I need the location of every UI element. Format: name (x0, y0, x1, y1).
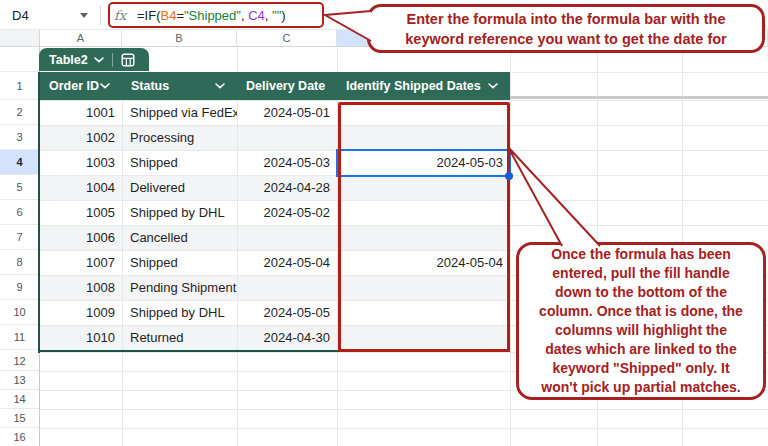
cell-order_id[interactable]: 1001 (40, 100, 122, 125)
gridline (40, 428, 768, 429)
cell-order_id[interactable]: 1003 (40, 150, 122, 175)
cell-status[interactable]: Shipped by DHL (122, 200, 237, 225)
column-filter-chevron-icon[interactable] (100, 83, 110, 89)
cell-delivery_date[interactable]: 2024-05-05 (237, 300, 337, 325)
cell-delivery_date[interactable]: 2024-05-04 (237, 250, 337, 275)
cell-delivery_date[interactable]: 2024-04-28 (237, 175, 337, 200)
cell-delivery_date[interactable]: 2024-05-01 (237, 100, 337, 125)
table-header-cell[interactable]: Order ID (40, 72, 122, 100)
name-box-value: D4 (12, 8, 29, 23)
row-number-8[interactable]: 8 (0, 250, 39, 275)
formula-callout: Enter the formula into the formula bar w… (367, 4, 765, 53)
table-header-label: Order ID (49, 79, 99, 93)
row-number-14[interactable]: 14 (0, 390, 39, 409)
chevron-down-icon[interactable] (94, 57, 104, 63)
spreadsheet-app: ABC 12345678910111213141516 Order IDStat… (0, 0, 768, 446)
gridline (40, 409, 768, 410)
row-number-2[interactable]: 2 (0, 100, 39, 125)
row-number-5[interactable]: 5 (0, 175, 39, 200)
cell-status[interactable]: Cancelled (122, 225, 237, 250)
row-number-gutter: 12345678910111213141516 (0, 47, 40, 446)
fill-handle-callout: Once the formula has been entered, pull … (516, 242, 766, 400)
cell-status[interactable]: Pending Shipment (122, 275, 237, 300)
cell-delivery_date[interactable]: 2024-04-30 (237, 325, 337, 350)
cell-delivery_date[interactable]: 2024-05-03 (237, 150, 337, 175)
row-number-11[interactable]: 11 (0, 325, 39, 350)
row-number-16[interactable]: 16 (0, 428, 39, 446)
row-number-3[interactable]: 3 (0, 125, 39, 150)
cell-order_id[interactable]: 1009 (40, 300, 122, 325)
column-filter-chevron-icon[interactable] (488, 83, 498, 89)
name-box[interactable]: D4 (0, 0, 100, 30)
row-number-9[interactable]: 9 (0, 275, 39, 300)
cell-status[interactable]: Shipped (122, 150, 237, 175)
table-header-label: Status (131, 79, 169, 93)
table-header-cell[interactable]: Identify Shipped Dates (337, 72, 510, 100)
cell-status[interactable]: Delivered (122, 175, 237, 200)
cell-order_id[interactable]: 1008 (40, 275, 122, 300)
table-header-cell[interactable]: Status (122, 72, 237, 100)
cell-order_id[interactable]: 1010 (40, 325, 122, 350)
cell-order_id[interactable]: 1005 (40, 200, 122, 225)
table-header-label: Delivery Date (246, 79, 325, 93)
cell-delivery_date[interactable] (237, 125, 337, 150)
column-highlight-box (338, 102, 510, 352)
table-grid-icon[interactable] (121, 53, 135, 67)
row-number-10[interactable]: 10 (0, 300, 39, 325)
cell-status[interactable]: Shipped (122, 250, 237, 275)
toolbar-divider (100, 5, 101, 25)
cell-delivery_date[interactable] (237, 225, 337, 250)
gutter-chip-row (0, 47, 39, 72)
table-chip[interactable]: Table2 (39, 48, 149, 71)
row-number-12[interactable]: 12 (0, 352, 39, 371)
gridline (510, 47, 511, 446)
chip-divider (112, 53, 113, 67)
table-header-cell[interactable]: Delivery Date (237, 72, 337, 100)
cell-order_id[interactable]: 1004 (40, 175, 122, 200)
row-number-15[interactable]: 15 (0, 409, 39, 428)
cell-order_id[interactable]: 1007 (40, 250, 122, 275)
row-number-7[interactable]: 7 (0, 225, 39, 250)
column-filter-chevron-icon[interactable] (215, 83, 225, 89)
cell-status[interactable]: Shipped via FedEx (122, 100, 237, 125)
cell-status[interactable]: Processing (122, 125, 237, 150)
table-header-row: Order IDStatusDelivery DateIdentify Ship… (40, 72, 510, 100)
row-number-13[interactable]: 13 (0, 371, 39, 390)
fill-handle[interactable] (505, 172, 513, 180)
row-number-4[interactable]: 4 (0, 150, 39, 175)
cell-order_id[interactable]: 1006 (40, 225, 122, 250)
row-number-6[interactable]: 6 (0, 200, 39, 225)
cell-delivery_date[interactable] (237, 275, 337, 300)
cell-order_id[interactable]: 1002 (40, 125, 122, 150)
cell-status[interactable]: Shipped by DHL (122, 300, 237, 325)
formula-highlight-box (108, 2, 324, 28)
cell-status[interactable]: Returned (122, 325, 237, 350)
frozen-row-divider (510, 96, 768, 99)
name-box-dropdown-icon[interactable] (80, 13, 88, 18)
cell-delivery_date[interactable]: 2024-05-02 (237, 200, 337, 225)
row-number-1[interactable]: 1 (0, 72, 39, 100)
table-header-label: Identify Shipped Dates (346, 79, 481, 93)
table-chip-label: Table2 (49, 53, 88, 67)
